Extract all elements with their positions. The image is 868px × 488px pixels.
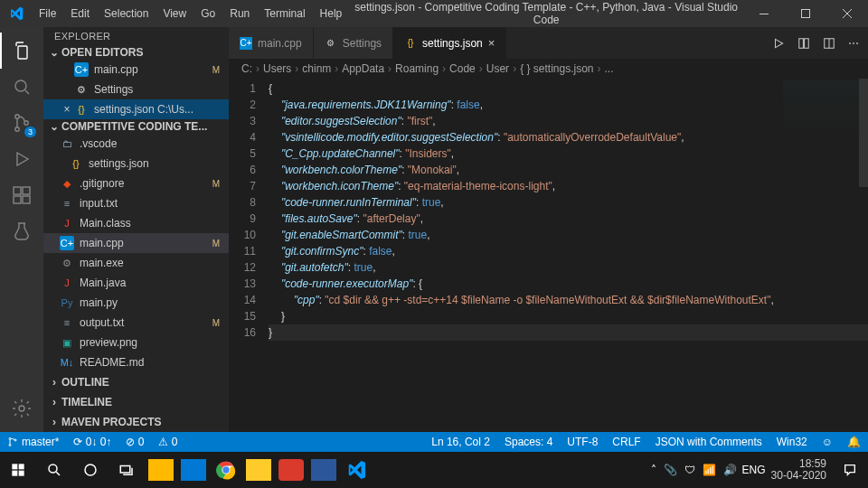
run-icon[interactable] bbox=[772, 37, 785, 50]
extensions-icon[interactable] bbox=[0, 177, 43, 213]
code-line[interactable]: "git.enableSmartCommit": true, bbox=[269, 227, 868, 243]
menu-file[interactable]: File bbox=[32, 0, 63, 27]
workspace-section[interactable]: ⌄COMPETITIVE CODING TE... bbox=[43, 119, 229, 134]
search-icon[interactable] bbox=[0, 69, 43, 105]
testing-icon[interactable] bbox=[0, 213, 43, 249]
code-line[interactable]: "workbench.colorTheme": "Monokai", bbox=[269, 162, 868, 178]
code-line[interactable]: "code-runner.runInTerminal": true, bbox=[269, 194, 868, 211]
feedback-icon[interactable]: ☺ bbox=[815, 436, 840, 448]
chrome-app[interactable] bbox=[210, 452, 242, 488]
tray-icon[interactable]: 🔊 bbox=[723, 464, 737, 476]
code-line[interactable]: "java.requirements.JDK11Warning": false, bbox=[269, 97, 868, 113]
warnings-status[interactable]: ⚠ 0 bbox=[151, 436, 184, 448]
breadcrumb-segment[interactable]: Code bbox=[449, 62, 476, 75]
language-mode[interactable]: JSON with Comments bbox=[648, 436, 769, 448]
search-button[interactable] bbox=[36, 452, 72, 488]
code-line[interactable]: } bbox=[269, 324, 868, 341]
code-line[interactable]: { bbox=[269, 80, 868, 97]
breadcrumb-segment[interactable]: AppData bbox=[342, 62, 384, 75]
open-editor-item[interactable]: C+main.cppM bbox=[43, 60, 229, 80]
menu-terminal[interactable]: Terminal bbox=[257, 0, 312, 27]
os-indicator[interactable]: Win32 bbox=[769, 436, 815, 448]
editor-tab[interactable]: {}settings.json× bbox=[393, 27, 506, 59]
tray-icon[interactable]: 📎 bbox=[664, 464, 677, 476]
code-line[interactable]: "vsintellicode.modify.editor.suggestSele… bbox=[269, 129, 868, 145]
app-4[interactable] bbox=[311, 459, 336, 481]
file-tree-item[interactable]: 🗀.vscode bbox=[43, 134, 229, 154]
more-actions-icon[interactable]: ⋯ bbox=[848, 37, 859, 50]
code-line[interactable]: "git.confirmSync": false, bbox=[269, 243, 868, 259]
notifications-icon[interactable]: 🔔 bbox=[840, 436, 868, 448]
split-editor-icon[interactable] bbox=[823, 37, 835, 50]
breadcrumb-segment[interactable]: User bbox=[486, 62, 509, 75]
close-icon[interactable]: × bbox=[488, 36, 495, 50]
maven-section[interactable]: ›MAVEN PROJECTS bbox=[43, 412, 229, 432]
eol[interactable]: CRLF bbox=[605, 436, 647, 448]
file-tree-item[interactable]: Pymain.py bbox=[43, 293, 229, 313]
code-editor[interactable]: 12345678910111213141516 { "java.requirem… bbox=[229, 79, 868, 432]
file-tree-item[interactable]: C+main.cppM bbox=[43, 233, 229, 253]
indentation[interactable]: Spaces: 4 bbox=[497, 436, 560, 448]
language-indicator[interactable]: ENG bbox=[742, 464, 771, 476]
cursor-position[interactable]: Ln 16, Col 2 bbox=[424, 436, 497, 448]
sync-status[interactable]: ⟳ 0↓ 0↑ bbox=[66, 436, 118, 448]
file-tree-item[interactable]: JMain.class bbox=[43, 213, 229, 233]
maximize-button[interactable] bbox=[785, 0, 826, 27]
file-tree-item[interactable]: ◆.gitignoreM bbox=[43, 174, 229, 193]
menu-help[interactable]: Help bbox=[313, 0, 350, 27]
start-button[interactable] bbox=[0, 452, 36, 488]
system-tray[interactable]: ˄📎🛡📶🔊 bbox=[651, 464, 742, 476]
menu-run[interactable]: Run bbox=[222, 0, 257, 27]
git-branch[interactable]: master* bbox=[0, 436, 66, 448]
outline-section[interactable]: ›OUTLINE bbox=[43, 372, 229, 392]
timeline-section[interactable]: ›TIMELINE bbox=[43, 392, 229, 412]
tray-icon[interactable]: 📶 bbox=[703, 464, 716, 476]
tray-icon[interactable]: ˄ bbox=[651, 464, 656, 476]
minimize-button[interactable] bbox=[743, 0, 785, 27]
breadcrumb-segment[interactable]: Users bbox=[263, 62, 291, 75]
editor-tab[interactable]: C+main.cpp bbox=[229, 27, 314, 59]
code-line[interactable]: "editor.suggestSelection": "first", bbox=[269, 113, 868, 129]
task-view-button[interactable] bbox=[108, 452, 145, 488]
encoding[interactable]: UTF-8 bbox=[560, 436, 605, 448]
file-tree-item[interactable]: JMain.java bbox=[43, 273, 229, 293]
app-1[interactable] bbox=[181, 459, 206, 481]
code-line[interactable]: "C_Cpp.updateChannel": "Insiders", bbox=[269, 145, 868, 162]
breadcrumb[interactable]: C:›Users›chinm›AppData›Roaming›Code›User… bbox=[229, 59, 868, 79]
explorer-icon[interactable] bbox=[0, 33, 43, 69]
breadcrumb-segment[interactable]: ... bbox=[605, 62, 614, 75]
run-debug-icon[interactable] bbox=[0, 141, 43, 177]
menu-edit[interactable]: Edit bbox=[63, 0, 97, 27]
action-center-icon[interactable] bbox=[832, 452, 868, 488]
app-2[interactable] bbox=[246, 459, 271, 481]
breadcrumb-segment[interactable]: C: bbox=[241, 62, 252, 75]
code-line[interactable]: "cpp": "cd $dir && g++ -std=c++14 $fileN… bbox=[269, 292, 868, 308]
source-control-icon[interactable]: 3 bbox=[0, 105, 43, 141]
open-editor-item[interactable]: ×{}settings.json C:\Us... bbox=[43, 99, 229, 119]
minimap[interactable] bbox=[783, 80, 864, 135]
file-tree-item[interactable]: M↓README.md bbox=[43, 352, 229, 372]
scrollbar-thumb[interactable] bbox=[859, 79, 868, 187]
file-tree-item[interactable]: ≡input.txt bbox=[43, 193, 229, 213]
file-tree-item[interactable]: ⚙main.exe bbox=[43, 253, 229, 273]
code-line[interactable]: "code-runner.executorMap": { bbox=[269, 276, 868, 292]
breadcrumb-segment[interactable]: { } settings.json bbox=[520, 62, 593, 75]
code-line[interactable]: "git.autofetch": true, bbox=[269, 259, 868, 276]
settings-gear-icon[interactable] bbox=[0, 390, 43, 427]
menu-selection[interactable]: Selection bbox=[97, 0, 156, 27]
file-tree-item[interactable]: ≡output.txtM bbox=[43, 313, 229, 333]
menu-go[interactable]: Go bbox=[193, 0, 222, 27]
breadcrumb-segment[interactable]: Roaming bbox=[395, 62, 439, 75]
open-editor-item[interactable]: ⚙Settings bbox=[43, 80, 229, 99]
app-3[interactable] bbox=[278, 459, 304, 481]
code-line[interactable]: "files.autoSave": "afterDelay", bbox=[269, 211, 868, 227]
file-tree-item[interactable]: {}settings.json bbox=[43, 154, 229, 174]
editor-tab[interactable]: ⚙Settings bbox=[314, 27, 393, 59]
close-icon[interactable]: × bbox=[60, 103, 74, 116]
errors-status[interactable]: ⊘ 0 bbox=[118, 436, 151, 448]
code-line[interactable]: } bbox=[269, 308, 868, 324]
vscode-app[interactable] bbox=[340, 452, 373, 488]
file-tree-item[interactable]: ▣preview.png bbox=[43, 333, 229, 352]
split-right-icon[interactable] bbox=[797, 37, 810, 50]
menu-view[interactable]: View bbox=[156, 0, 193, 27]
